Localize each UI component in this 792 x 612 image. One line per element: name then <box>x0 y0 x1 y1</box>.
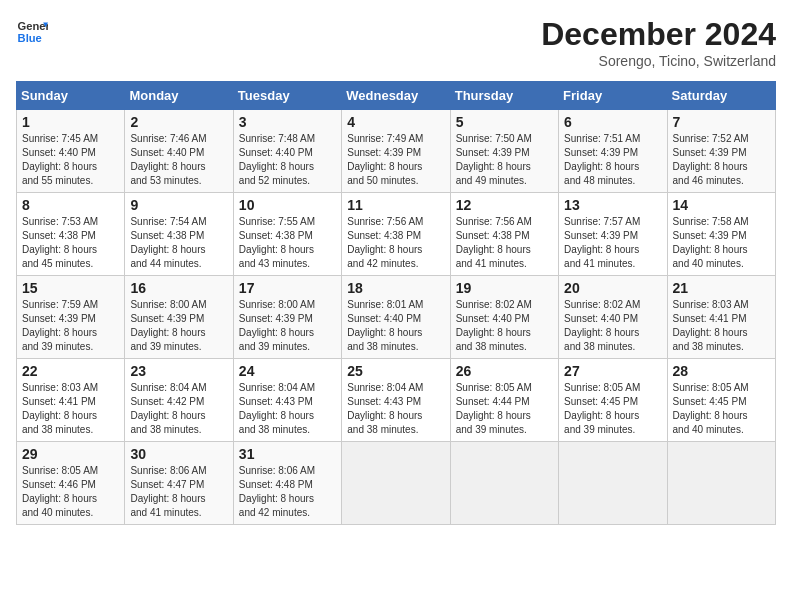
calendar-day-cell: 23Sunrise: 8:04 AM Sunset: 4:42 PM Dayli… <box>125 359 233 442</box>
calendar-body: 1Sunrise: 7:45 AM Sunset: 4:40 PM Daylig… <box>17 110 776 525</box>
day-info: Sunrise: 7:56 AM Sunset: 4:38 PM Dayligh… <box>456 215 553 271</box>
calendar-day-cell: 14Sunrise: 7:58 AM Sunset: 4:39 PM Dayli… <box>667 193 775 276</box>
day-number: 22 <box>22 363 119 379</box>
day-number: 20 <box>564 280 661 296</box>
day-info: Sunrise: 8:00 AM Sunset: 4:39 PM Dayligh… <box>239 298 336 354</box>
title-area: December 2024 Sorengo, Ticino, Switzerla… <box>541 16 776 69</box>
calendar-day-cell: 24Sunrise: 8:04 AM Sunset: 4:43 PM Dayli… <box>233 359 341 442</box>
day-info: Sunrise: 8:02 AM Sunset: 4:40 PM Dayligh… <box>564 298 661 354</box>
calendar-day-cell: 16Sunrise: 8:00 AM Sunset: 4:39 PM Dayli… <box>125 276 233 359</box>
calendar-day-cell: 15Sunrise: 7:59 AM Sunset: 4:39 PM Dayli… <box>17 276 125 359</box>
calendar-week-row: 8Sunrise: 7:53 AM Sunset: 4:38 PM Daylig… <box>17 193 776 276</box>
location-subtitle: Sorengo, Ticino, Switzerland <box>541 53 776 69</box>
calendar-day-cell <box>450 442 558 525</box>
logo-icon: General Blue <box>16 16 48 48</box>
day-info: Sunrise: 7:45 AM Sunset: 4:40 PM Dayligh… <box>22 132 119 188</box>
calendar-day-cell: 4Sunrise: 7:49 AM Sunset: 4:39 PM Daylig… <box>342 110 450 193</box>
day-number: 15 <box>22 280 119 296</box>
day-number: 1 <box>22 114 119 130</box>
calendar-day-cell: 31Sunrise: 8:06 AM Sunset: 4:48 PM Dayli… <box>233 442 341 525</box>
day-number: 4 <box>347 114 444 130</box>
calendar-day-cell: 1Sunrise: 7:45 AM Sunset: 4:40 PM Daylig… <box>17 110 125 193</box>
day-number: 31 <box>239 446 336 462</box>
calendar-day-cell: 26Sunrise: 8:05 AM Sunset: 4:44 PM Dayli… <box>450 359 558 442</box>
header: General Blue December 2024 Sorengo, Tici… <box>16 16 776 69</box>
logo: General Blue <box>16 16 48 48</box>
calendar-day-cell: 12Sunrise: 7:56 AM Sunset: 4:38 PM Dayli… <box>450 193 558 276</box>
day-number: 2 <box>130 114 227 130</box>
day-number: 27 <box>564 363 661 379</box>
calendar-day-cell: 10Sunrise: 7:55 AM Sunset: 4:38 PM Dayli… <box>233 193 341 276</box>
day-info: Sunrise: 7:49 AM Sunset: 4:39 PM Dayligh… <box>347 132 444 188</box>
day-number: 13 <box>564 197 661 213</box>
day-info: Sunrise: 8:06 AM Sunset: 4:48 PM Dayligh… <box>239 464 336 520</box>
day-number: 12 <box>456 197 553 213</box>
svg-text:Blue: Blue <box>18 32 42 44</box>
day-number: 16 <box>130 280 227 296</box>
day-info: Sunrise: 7:58 AM Sunset: 4:39 PM Dayligh… <box>673 215 770 271</box>
day-number: 19 <box>456 280 553 296</box>
svg-text:General: General <box>18 20 48 32</box>
calendar-table: SundayMondayTuesdayWednesdayThursdayFrid… <box>16 81 776 525</box>
day-info: Sunrise: 8:03 AM Sunset: 4:41 PM Dayligh… <box>22 381 119 437</box>
day-info: Sunrise: 7:51 AM Sunset: 4:39 PM Dayligh… <box>564 132 661 188</box>
calendar-day-cell: 8Sunrise: 7:53 AM Sunset: 4:38 PM Daylig… <box>17 193 125 276</box>
day-number: 25 <box>347 363 444 379</box>
day-number: 6 <box>564 114 661 130</box>
day-number: 28 <box>673 363 770 379</box>
day-number: 23 <box>130 363 227 379</box>
day-number: 17 <box>239 280 336 296</box>
day-of-week-header: Friday <box>559 82 667 110</box>
day-info: Sunrise: 8:05 AM Sunset: 4:45 PM Dayligh… <box>673 381 770 437</box>
day-info: Sunrise: 8:01 AM Sunset: 4:40 PM Dayligh… <box>347 298 444 354</box>
calendar-day-cell: 22Sunrise: 8:03 AM Sunset: 4:41 PM Dayli… <box>17 359 125 442</box>
calendar-week-row: 15Sunrise: 7:59 AM Sunset: 4:39 PM Dayli… <box>17 276 776 359</box>
calendar-day-cell: 19Sunrise: 8:02 AM Sunset: 4:40 PM Dayli… <box>450 276 558 359</box>
day-info: Sunrise: 8:05 AM Sunset: 4:44 PM Dayligh… <box>456 381 553 437</box>
day-info: Sunrise: 8:00 AM Sunset: 4:39 PM Dayligh… <box>130 298 227 354</box>
calendar-day-cell: 13Sunrise: 7:57 AM Sunset: 4:39 PM Dayli… <box>559 193 667 276</box>
day-number: 30 <box>130 446 227 462</box>
day-number: 9 <box>130 197 227 213</box>
day-info: Sunrise: 7:53 AM Sunset: 4:38 PM Dayligh… <box>22 215 119 271</box>
day-number: 14 <box>673 197 770 213</box>
day-info: Sunrise: 8:03 AM Sunset: 4:41 PM Dayligh… <box>673 298 770 354</box>
day-info: Sunrise: 7:55 AM Sunset: 4:38 PM Dayligh… <box>239 215 336 271</box>
day-info: Sunrise: 8:02 AM Sunset: 4:40 PM Dayligh… <box>456 298 553 354</box>
day-info: Sunrise: 7:48 AM Sunset: 4:40 PM Dayligh… <box>239 132 336 188</box>
calendar-day-cell: 27Sunrise: 8:05 AM Sunset: 4:45 PM Dayli… <box>559 359 667 442</box>
calendar-day-cell: 21Sunrise: 8:03 AM Sunset: 4:41 PM Dayli… <box>667 276 775 359</box>
calendar-week-row: 22Sunrise: 8:03 AM Sunset: 4:41 PM Dayli… <box>17 359 776 442</box>
day-of-week-header: Wednesday <box>342 82 450 110</box>
calendar-day-cell: 20Sunrise: 8:02 AM Sunset: 4:40 PM Dayli… <box>559 276 667 359</box>
calendar-week-row: 29Sunrise: 8:05 AM Sunset: 4:46 PM Dayli… <box>17 442 776 525</box>
calendar-day-cell: 29Sunrise: 8:05 AM Sunset: 4:46 PM Dayli… <box>17 442 125 525</box>
day-number: 8 <box>22 197 119 213</box>
day-info: Sunrise: 8:05 AM Sunset: 4:45 PM Dayligh… <box>564 381 661 437</box>
day-number: 10 <box>239 197 336 213</box>
day-of-week-header: Tuesday <box>233 82 341 110</box>
month-title: December 2024 <box>541 16 776 53</box>
day-of-week-header: Thursday <box>450 82 558 110</box>
calendar-day-cell: 17Sunrise: 8:00 AM Sunset: 4:39 PM Dayli… <box>233 276 341 359</box>
calendar-day-cell <box>667 442 775 525</box>
calendar-day-cell: 7Sunrise: 7:52 AM Sunset: 4:39 PM Daylig… <box>667 110 775 193</box>
day-info: Sunrise: 7:59 AM Sunset: 4:39 PM Dayligh… <box>22 298 119 354</box>
calendar-day-cell: 25Sunrise: 8:04 AM Sunset: 4:43 PM Dayli… <box>342 359 450 442</box>
calendar-day-cell <box>342 442 450 525</box>
day-number: 5 <box>456 114 553 130</box>
day-info: Sunrise: 8:04 AM Sunset: 4:43 PM Dayligh… <box>347 381 444 437</box>
day-of-week-header: Saturday <box>667 82 775 110</box>
day-info: Sunrise: 8:04 AM Sunset: 4:42 PM Dayligh… <box>130 381 227 437</box>
calendar-day-cell: 28Sunrise: 8:05 AM Sunset: 4:45 PM Dayli… <box>667 359 775 442</box>
day-info: Sunrise: 7:54 AM Sunset: 4:38 PM Dayligh… <box>130 215 227 271</box>
day-info: Sunrise: 7:57 AM Sunset: 4:39 PM Dayligh… <box>564 215 661 271</box>
day-info: Sunrise: 8:05 AM Sunset: 4:46 PM Dayligh… <box>22 464 119 520</box>
day-info: Sunrise: 7:50 AM Sunset: 4:39 PM Dayligh… <box>456 132 553 188</box>
calendar-week-row: 1Sunrise: 7:45 AM Sunset: 4:40 PM Daylig… <box>17 110 776 193</box>
day-info: Sunrise: 7:52 AM Sunset: 4:39 PM Dayligh… <box>673 132 770 188</box>
day-info: Sunrise: 7:46 AM Sunset: 4:40 PM Dayligh… <box>130 132 227 188</box>
calendar-day-cell: 5Sunrise: 7:50 AM Sunset: 4:39 PM Daylig… <box>450 110 558 193</box>
day-number: 26 <box>456 363 553 379</box>
calendar-day-cell: 30Sunrise: 8:06 AM Sunset: 4:47 PM Dayli… <box>125 442 233 525</box>
